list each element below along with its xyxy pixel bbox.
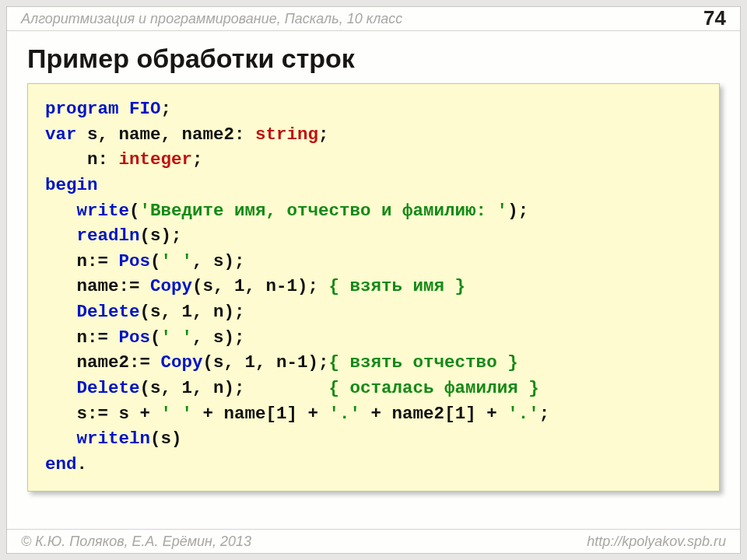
code-line: Delete(s, 1, n); { осталась фамилия } [45,378,539,398]
subject-line: Алгоритмизация и программирование, Паска… [21,11,402,27]
code-line: program FIO; [45,99,171,119]
slide-header: Алгоритмизация и программирование, Паска… [7,7,740,31]
code-line: n:= Pos(' ', s); [45,327,245,348]
code-line: readln(s); [45,226,182,246]
code-line: name:= Copy(s, 1, n-1); { взять имя } [45,276,465,296]
footer-url: http://kpolyakov.spb.ru [587,534,726,550]
code-line: s:= s + ' ' + name[1] + '.' + name2[1] +… [45,404,549,424]
page-number: 74 [703,6,726,30]
code-line: n:= Pos(' ', s); [45,251,245,271]
slide: Алгоритмизация и программирование, Паска… [6,6,741,554]
code-line: Delete(s, 1, n); [45,302,245,322]
slide-title: Пример обработки строк [7,31,740,83]
code-line: name2:= Copy(s, 1, n-1);{ взять отчество… [45,352,518,373]
code-line: writeln(s) [45,429,182,449]
code-line: n: integer; [45,149,203,170]
code-line: end. [45,454,87,474]
code-line: write('Введите имя, отчество и фамилию: … [45,201,528,221]
code-line: var s, name, name2: string; [45,124,329,145]
copyright: © К.Ю. Поляков, Е.А. Ерёмин, 2013 [21,534,251,550]
code-block: program FIO; var s, name, name2: string;… [27,83,720,492]
slide-footer: © К.Ю. Поляков, Е.А. Ерёмин, 2013 http:/… [7,529,740,553]
code-line: begin [45,175,98,195]
